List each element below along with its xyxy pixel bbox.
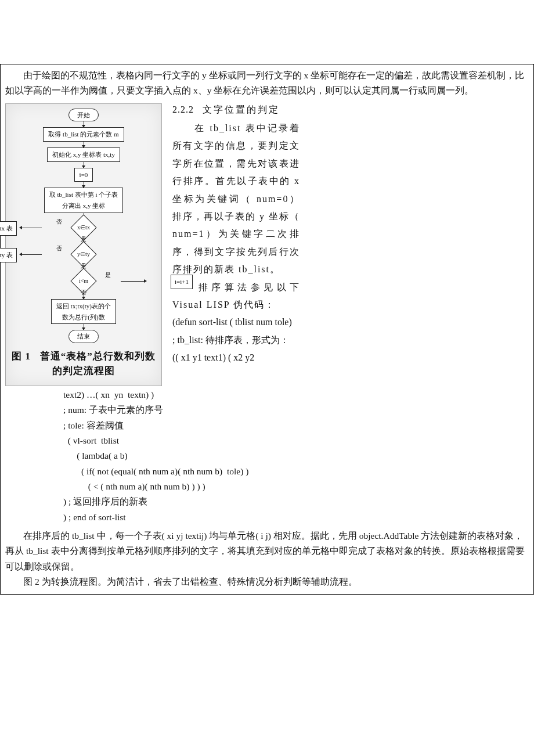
figure-number: 图 1 (12, 351, 31, 362)
arrow-icon (84, 182, 84, 188)
code-line: ) ; end of sort-list (63, 510, 529, 525)
figure-column: 开始 取得 tb_list 的元素个数 m 初始化 x,y 坐标表 tx,ty … (5, 101, 162, 386)
flow-start: 开始 (68, 109, 99, 122)
arrow-icon (84, 290, 84, 299)
flow-step-4: 取 tb_list 表中第 i 个子表 分离出 x,y 坐标 (44, 188, 124, 213)
decision-1-no: 否 (56, 217, 62, 226)
arrow-icon (84, 142, 84, 147)
decision-3-label: i<m (79, 276, 88, 286)
tail-p2: 图 2 为转换流程图。为简洁计，省去了出错检查、特殊情况分析判断等辅助流程。 (5, 574, 529, 589)
flow-return: 返回 tx;tx(ty)表的个 数为总行(列)数 (51, 299, 116, 324)
flow-step-2: 初始化 x,y 坐标表 tx,ty (47, 147, 120, 162)
code-right-2: ; tb_list: 待排序表，形式为： (172, 332, 300, 349)
flow-step-1: 取得 tb_list 的元素个数 m (43, 127, 124, 142)
code-line: ( lambda( a b) (63, 448, 529, 463)
figure-box: 开始 取得 tb_list 的元素个数 m 初始化 x,y 坐标表 tx,ty … (5, 103, 162, 386)
two-column-layout: 开始 取得 tb_list 的元素个数 m 初始化 x,y 坐标表 tx,ty … (5, 101, 529, 386)
flow-decision-1-row: x∈tx 否 将 x 插入 tx 表 是 (9, 219, 158, 236)
flowchart: 开始 取得 tb_list 的元素个数 m 初始化 x,y 坐标表 tx,ty … (9, 109, 158, 343)
tail-p1: 在排序后的 tb_list 中，每一个子表( xi yj textij) 均与单… (5, 528, 529, 574)
arrow-icon (84, 324, 84, 330)
code-line: text2) …( xn yn textn) ) (63, 387, 529, 402)
right-text-column: 2.2.2 文字位置的判定 在 tb_list 表中记录着所有文字的信息，要判定… (172, 101, 300, 367)
code-right-1: (defun sort-list ( tblist num tole) (172, 314, 300, 331)
flow-decision-3-row: i<m 是 i=i+1 否 (9, 272, 158, 290)
decision-2-label: y∈ty (77, 249, 90, 259)
decision-1-label: x∈tx (77, 222, 90, 232)
flow-step-3: i=0 (74, 168, 93, 182)
connector-line (121, 281, 146, 282)
section-number: 2.2.2 (172, 105, 194, 114)
figure-caption: 图 1 普通“表格”总行数和列数 的判定流程图 (9, 349, 158, 379)
section-heading: 2.2.2 文字位置的判定 (172, 101, 300, 118)
code-line: ( if( not (equal( nth num a)( nth num b)… (63, 464, 529, 479)
flow-increment: i=i+1 (171, 275, 193, 289)
code-right-3: (( x1 y1 text1) ( x2 y2 (172, 349, 300, 366)
flow-decision-2-row: y∈ty 否 将 y 插入 ty 表 是 (9, 246, 158, 263)
code-line: ( < ( nth num a)( nth num b) ) ) ) (63, 479, 529, 494)
page-frame: 由于绘图的不规范性，表格内同一行文字的 y 坐标或同一列行文字的 x 坐标可能存… (0, 64, 534, 595)
code-continuation: text2) …( xn yn textn) ) ; num: 子表中元素的序号… (63, 387, 529, 525)
arrow-icon (84, 162, 84, 168)
tail-paragraphs: 在排序后的 tb_list 中，每一个子表( xi yj textij) 均与单… (5, 528, 529, 589)
section-body-1: 在 tb_list 表中记录着所有文字的信息，要判定文字所在位置，需先对该表进行… (172, 120, 300, 279)
flow-end: 结束 (68, 330, 99, 343)
figure-title-line1: 普通“表格”总行数和列数 (40, 351, 156, 362)
connector-line (20, 228, 42, 228)
flow-insert-y: 将 y 插入 ty 表 (0, 248, 17, 262)
intro-paragraph: 由于绘图的不规范性，表格内同一行文字的 y 坐标或同一列行文字的 x 坐标可能存… (5, 68, 529, 99)
section-title: 文字位置的判定 (203, 105, 280, 114)
connector-line (20, 254, 42, 255)
flow-insert-x: 将 x 插入 tx 表 (0, 221, 17, 236)
decision-2-no: 否 (56, 243, 62, 253)
code-line: ) ; 返回排序后的新表 (63, 494, 529, 509)
code-line: ; tole: 容差阈值 (63, 418, 529, 433)
figure-title-line2: 的判定流程图 (52, 365, 115, 376)
code-line: ( vl-sort tblist (63, 433, 529, 448)
code-line: ; num: 子表中元素的序号 (63, 402, 529, 417)
decision-3-yes: 是 (105, 270, 111, 280)
arrow-icon (84, 121, 84, 127)
